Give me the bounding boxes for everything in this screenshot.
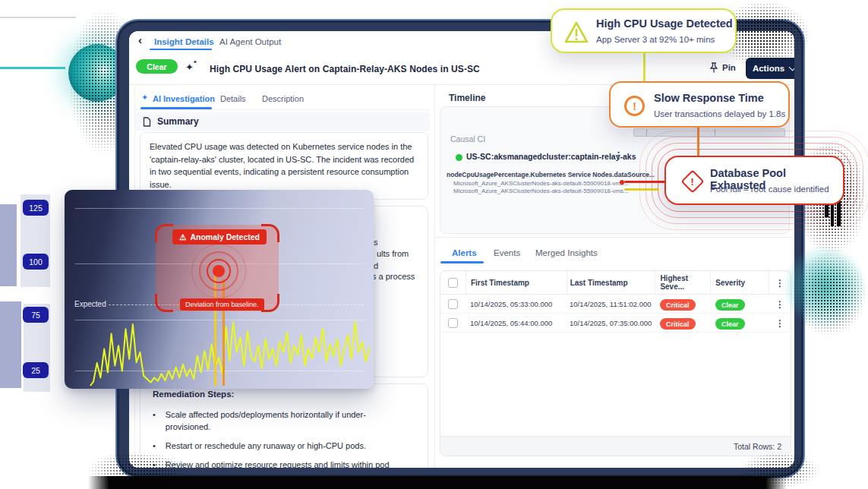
decor-line-gray bbox=[0, 17, 76, 18]
partial-text: s bbox=[374, 238, 378, 247]
active-tab-underline bbox=[440, 261, 484, 263]
document-icon bbox=[143, 117, 151, 127]
tab-merged-insights[interactable]: Merged Insights bbox=[535, 248, 598, 257]
deviation-badge: Deviation from baseline. bbox=[180, 298, 264, 311]
page-title: High CPU Usage Alert on Captain-Relay-AK… bbox=[210, 64, 480, 74]
tab-ai-agent-output[interactable]: AI Agent Output bbox=[219, 37, 281, 46]
severity-badge-clear: Clear bbox=[715, 318, 745, 330]
column-header[interactable]: First Timestamp bbox=[466, 271, 567, 294]
node-instance: Microsoft_Azure_AKSClusterNodes-aks-defa… bbox=[453, 180, 629, 187]
node-connector-red bbox=[624, 181, 667, 183]
alert-card-title: High CPU Usage Detected bbox=[596, 17, 733, 30]
list-item: •Scale affected pods/deployments horizon… bbox=[153, 409, 415, 433]
first-timestamp-cell: 10/14/2025, 05:33:00.000 bbox=[466, 300, 567, 308]
warning-triangle-icon bbox=[563, 21, 589, 44]
decor-line-teal bbox=[0, 67, 65, 69]
kebab-menu-icon[interactable]: ⋮ bbox=[775, 299, 784, 310]
list-item: •Restart or reschedule any runaway or hi… bbox=[153, 440, 415, 452]
alert-card-slow-response: ! Slow Response Time User transactions d… bbox=[609, 81, 790, 128]
column-header[interactable]: Last Timestamp bbox=[567, 271, 656, 294]
bracket-corner bbox=[155, 224, 173, 242]
partial-text: d bbox=[374, 261, 378, 270]
y-axis-tick: 125 bbox=[23, 200, 49, 216]
severity-badge-critical: Critical bbox=[660, 318, 696, 330]
alert-card-db-pool: ! Database Pool Exhausted Pool full – ro… bbox=[664, 156, 844, 205]
anomaly-chart-panel: Expected ⚠ Anomaly Detected Deviation fr… bbox=[65, 190, 374, 389]
alert-card-title: Slow Response Time bbox=[654, 92, 764, 104]
table-row[interactable]: 10/14/2025, 05:44:00.000 10/14/2025, 07:… bbox=[440, 314, 791, 333]
exclamation-circle-icon: ! bbox=[624, 96, 645, 116]
row-checkbox[interactable] bbox=[448, 318, 458, 328]
status-badge: Clear bbox=[136, 59, 178, 74]
bullet-icon: • bbox=[153, 440, 156, 452]
remediation-heading: Remediation Steps: bbox=[153, 390, 415, 399]
kebab-menu-icon[interactable]: ⋮ bbox=[614, 150, 623, 161]
tab-ai-investigation[interactable]: AI Investigation bbox=[153, 94, 215, 103]
alert-card-subtitle: App Server 3 at 92% 10+ mins bbox=[596, 35, 715, 44]
anomaly-point bbox=[213, 265, 225, 277]
node-instance: Microsoft_Azure_AKSClusterNodes-aks-defa… bbox=[453, 188, 629, 194]
summary-heading: Summary bbox=[157, 116, 199, 127]
tab-details[interactable]: Details bbox=[220, 94, 246, 103]
select-all-checkbox[interactable] bbox=[448, 278, 458, 288]
table-header-row: First Timestamp Last Timestamp Highest S… bbox=[440, 271, 791, 295]
remediation-list: •Scale affected pods/deployments horizon… bbox=[153, 409, 415, 468]
last-timestamp-cell: 10/14/2025, 11:51:02.000 bbox=[567, 300, 655, 308]
alert-card-high-cpu: High CPU Usage Detected App Server 3 at … bbox=[551, 8, 737, 53]
back-icon[interactable]: ‹ bbox=[138, 33, 142, 46]
causal-ci-label: Causal CI bbox=[450, 134, 485, 144]
timeline-heading: Timeline bbox=[449, 93, 485, 103]
laptop-base-shadow bbox=[88, 476, 787, 489]
warning-icon: ⚠ bbox=[179, 232, 186, 241]
marketing-screenshot-canvas: ‹ Insight Details AI Agent Output Clear … bbox=[0, 0, 868, 489]
ai-sparkle-icon: ✦ bbox=[141, 93, 148, 103]
card-connector-lime bbox=[643, 53, 645, 82]
causal-ci-node: US-SC:aksmanagedcluster:captain-relay-ak… bbox=[466, 152, 636, 161]
decor-block bbox=[0, 204, 17, 286]
card-connector-orange bbox=[697, 128, 699, 156]
alerts-table: First Timestamp Last Timestamp Highest S… bbox=[440, 270, 791, 456]
scrollbar-notch bbox=[646, 129, 647, 136]
total-rows-label: Total Rows: 2 bbox=[734, 442, 781, 451]
tab-alerts[interactable]: Alerts bbox=[452, 248, 477, 257]
y-axis-tick: 25 bbox=[23, 362, 49, 378]
tab-insight-details[interactable]: Insight Details bbox=[154, 37, 214, 46]
alert-card-subtitle: User transactions delayed by 1.8s bbox=[654, 109, 785, 118]
anomaly-badge: ⚠ Anomaly Detected bbox=[172, 229, 267, 244]
decor-block bbox=[0, 301, 21, 388]
alert-card-subtitle: Pool full – root cause identified bbox=[710, 185, 829, 194]
node-connector-yellow bbox=[624, 188, 659, 191]
decor-noise bbox=[790, 251, 868, 338]
summary-section-header: Summary bbox=[135, 112, 430, 131]
ai-sparkle-icon: ✦✦ bbox=[185, 62, 194, 73]
column-header[interactable]: Highest Seve... bbox=[655, 271, 711, 294]
tab-events[interactable]: Events bbox=[494, 248, 520, 257]
table-row[interactable]: 10/14/2025, 05:33:00.000 10/14/2025, 11:… bbox=[440, 295, 791, 314]
tabs-divider bbox=[134, 109, 430, 110]
y-axis-tick: 75 bbox=[23, 307, 49, 323]
panel-divider bbox=[434, 84, 435, 468]
partial-text: s a process bbox=[372, 272, 415, 281]
y-axis-tick: 100 bbox=[23, 254, 49, 270]
list-item: •Review and optimize resource requests a… bbox=[153, 459, 415, 468]
bullet-icon: • bbox=[153, 409, 156, 433]
severity-badge-clear: Clear bbox=[715, 299, 745, 311]
severity-badge-critical: Critical bbox=[660, 299, 696, 311]
status-dot-green bbox=[456, 154, 462, 161]
kebab-menu-icon[interactable]: ⋮ bbox=[775, 318, 784, 329]
column-header[interactable]: Severity bbox=[711, 271, 769, 294]
partial-text: ults from bbox=[377, 249, 409, 258]
active-tab-underline bbox=[150, 49, 212, 51]
row-checkbox[interactable] bbox=[448, 299, 458, 309]
tab-description[interactable]: Description bbox=[262, 94, 304, 103]
metric-path: nodeCpuUsagePercentage.Kubernetes Servic… bbox=[447, 171, 655, 178]
section-divider bbox=[435, 237, 794, 238]
decor-noise bbox=[738, 451, 822, 489]
last-timestamp-cell: 10/14/2025, 07:35:00.000 bbox=[567, 319, 655, 327]
decor-noise bbox=[85, 451, 191, 489]
first-timestamp-cell: 10/14/2025, 05:44:00.000 bbox=[466, 319, 567, 327]
exclamation-diamond-icon: ! bbox=[680, 169, 704, 193]
